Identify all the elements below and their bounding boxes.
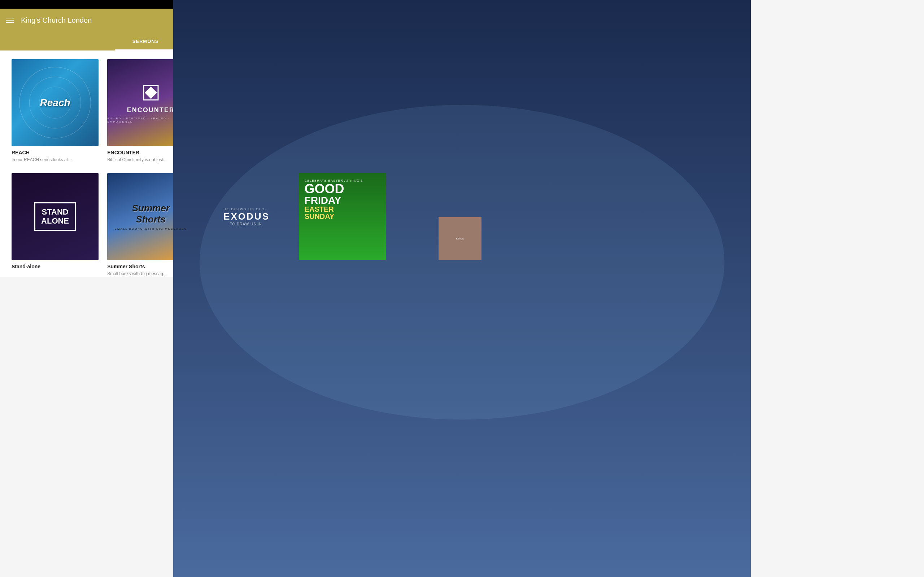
sermon-thumbnail-easter: CELEBRATE EASTER AT KING'S GOOD FRIDAY E… bbox=[299, 173, 386, 260]
disciple-cell-logo: Kings bbox=[439, 217, 481, 260]
sermon-grid: Reach REACH In our REACH series looks at… bbox=[11, 59, 481, 277]
sermon-card-exodus[interactable]: HE DRAWS US OUT... EXODUS TO DRAW US IN.… bbox=[203, 173, 290, 277]
exodus-sub-text: TO DRAW US IN. bbox=[223, 222, 270, 226]
exodus-text-overlay: HE DRAWS US OUT... EXODUS TO DRAW US IN. bbox=[223, 207, 270, 226]
card-easter-bg: CELEBRATE EASTER AT KING'S GOOD FRIDAY E… bbox=[299, 173, 386, 260]
easter-sunday-text: EASTERSUNDAY bbox=[305, 206, 363, 220]
card-exodus-bg: HE DRAWS US OUT... EXODUS TO DRAW US IN. bbox=[203, 173, 290, 260]
sermon-thumbnail-exodus: HE DRAWS US OUT... EXODUS TO DRAW US IN. bbox=[203, 173, 290, 260]
content-area: Reach REACH In our REACH series looks at… bbox=[0, 50, 493, 277]
easter-good-text: GOOD bbox=[305, 182, 363, 195]
easter-friday-text: FRIDAY bbox=[305, 195, 363, 206]
summer-text-overlay: SummerShorts SMALL BOOKS WITH BIG MESSAG… bbox=[115, 203, 187, 230]
disciple-kings-logo: Kings bbox=[456, 237, 464, 240]
easter-text-overlay: CELEBRATE EASTER AT KING'S GOOD FRIDAY E… bbox=[299, 173, 369, 226]
summer-title-text: SummerShorts bbox=[115, 203, 187, 225]
summer-sub-text: SMALL BOOKS WITH BIG MESSAGES bbox=[115, 227, 187, 230]
exodus-pre-text: HE DRAWS US OUT... bbox=[223, 207, 270, 211]
exodus-title-text: EXODUS bbox=[223, 211, 270, 222]
